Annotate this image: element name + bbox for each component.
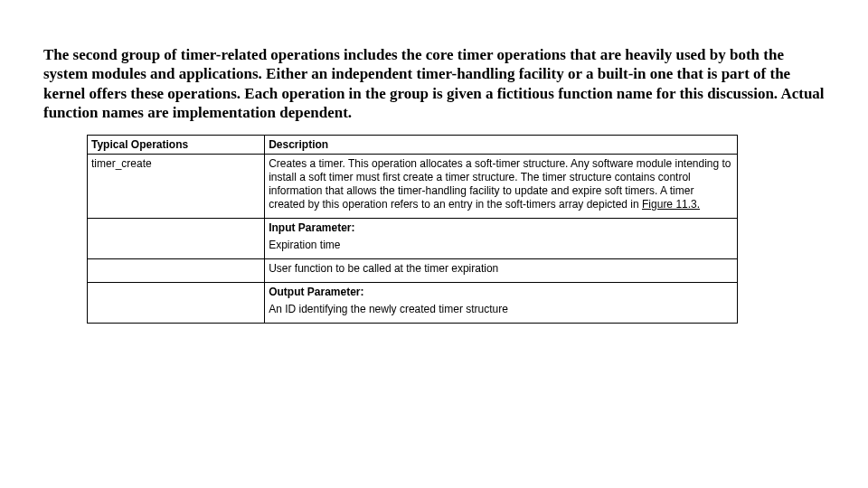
op-name: [88, 219, 265, 259]
desc-text: An ID identifying the newly created time…: [269, 303, 731, 316]
desc-text: Expiration time: [269, 239, 731, 252]
op-description: Output Parameter: An ID identifying the …: [265, 283, 738, 324]
op-description: Input Parameter: Expiration time: [265, 219, 738, 259]
output-parameter-label: Output Parameter:: [269, 286, 731, 299]
table-row: Input Parameter: Expiration time: [88, 219, 738, 259]
op-name: [88, 283, 265, 324]
intro-paragraph: The second group of timer-related operat…: [43, 45, 825, 122]
op-name: timer_create: [88, 155, 265, 219]
header-operations: Typical Operations: [88, 136, 265, 155]
table-header-row: Typical Operations Description: [88, 136, 738, 155]
op-name: [88, 259, 265, 283]
desc-text: User function to be called at the timer …: [269, 262, 731, 276]
figure-link[interactable]: Figure 11.3.: [642, 198, 700, 211]
operations-table-wrapper: Typical Operations Description timer_cre…: [87, 135, 825, 324]
op-description: Creates a timer. This operation allocate…: [265, 155, 738, 219]
op-description: User function to be called at the timer …: [265, 259, 738, 283]
table-row: User function to be called at the timer …: [88, 259, 738, 283]
table-row: timer_create Creates a timer. This opera…: [88, 155, 738, 219]
header-description: Description: [265, 136, 738, 155]
table-row: Output Parameter: An ID identifying the …: [88, 283, 738, 324]
input-parameter-label: Input Parameter:: [269, 221, 731, 235]
operations-table: Typical Operations Description timer_cre…: [87, 135, 738, 324]
